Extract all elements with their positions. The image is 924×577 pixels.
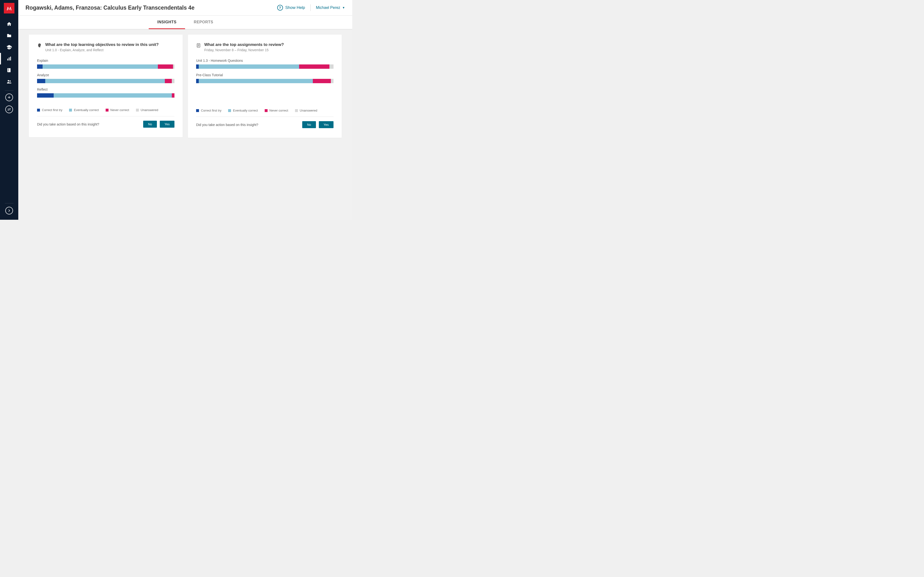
graduation-cap-icon bbox=[6, 44, 12, 50]
svg-rect-2 bbox=[10, 57, 11, 61]
tab-insights[interactable]: INSIGHTS bbox=[149, 16, 185, 29]
legend-swatch bbox=[69, 109, 72, 111]
sidebar-item-book[interactable] bbox=[0, 64, 18, 76]
bar-seg-eventually bbox=[54, 93, 172, 98]
legend-eventually: Eventually correct bbox=[69, 108, 99, 112]
svg-point-6 bbox=[10, 81, 11, 82]
bar-seg-correct bbox=[37, 93, 54, 98]
people-icon bbox=[6, 79, 12, 85]
brand-logo[interactable] bbox=[4, 3, 15, 13]
card-header: What are the top learning objectives to … bbox=[29, 35, 183, 57]
legend-swatch bbox=[295, 109, 298, 112]
legend-unanswered: Unanswered bbox=[136, 108, 158, 112]
tabs: INSIGHTS REPORTS bbox=[18, 15, 352, 29]
legend-swatch bbox=[196, 109, 199, 112]
main-content: Rogawski, Adams, Franzosa: Calculus Earl… bbox=[18, 0, 352, 220]
feedback-yes-button[interactable]: Yes bbox=[160, 121, 174, 128]
bar-label: Analyze bbox=[37, 73, 174, 77]
bar-seg-unanswered bbox=[172, 79, 174, 83]
bar-seg-never bbox=[165, 79, 172, 83]
user-menu[interactable]: Michael Perez ▼ bbox=[316, 5, 345, 10]
sidebar bbox=[0, 0, 18, 220]
bar-seg-correct bbox=[37, 64, 43, 69]
header-divider bbox=[310, 4, 311, 11]
card-title: What are the top learning objectives to … bbox=[45, 42, 158, 47]
home-icon bbox=[6, 21, 12, 27]
user-name: Michael Perez bbox=[316, 5, 340, 10]
legend-label: Unanswered bbox=[141, 108, 158, 112]
legend-label: Never correct bbox=[110, 108, 129, 112]
sidebar-item-folder[interactable] bbox=[0, 30, 18, 41]
swap-icon bbox=[7, 107, 11, 111]
svg-point-5 bbox=[8, 80, 9, 82]
tab-reports[interactable]: REPORTS bbox=[185, 16, 222, 29]
legend-label: Correct first try bbox=[42, 108, 62, 112]
sidebar-item-people[interactable] bbox=[0, 76, 18, 87]
show-help-link[interactable]: ? Show Help bbox=[277, 5, 305, 11]
svg-rect-3 bbox=[8, 69, 8, 72]
header: Rogawski, Adams, Franzosa: Calculus Earl… bbox=[18, 0, 352, 15]
plus-icon bbox=[7, 95, 11, 99]
bar-row-explain: Explain bbox=[37, 59, 174, 69]
stacked-bar[interactable] bbox=[196, 79, 333, 83]
sidebar-expand-button[interactable] bbox=[5, 207, 13, 214]
bar-label: Pre-Class Tutorial bbox=[196, 73, 333, 77]
caret-down-icon: ▼ bbox=[342, 6, 345, 10]
bar-seg-correct bbox=[37, 79, 45, 83]
bar-seg-unanswered bbox=[173, 64, 174, 69]
sidebar-item-analytics[interactable] bbox=[0, 53, 18, 64]
stacked-bar[interactable] bbox=[37, 64, 174, 69]
svg-rect-1 bbox=[9, 58, 10, 61]
stacked-bar[interactable] bbox=[196, 64, 333, 69]
bar-seg-never bbox=[299, 64, 330, 69]
book-icon bbox=[7, 68, 11, 73]
card-body: Unit 1.3 - Homework Questions Pre-Class … bbox=[188, 57, 342, 105]
bar-seg-unanswered bbox=[331, 79, 333, 83]
bar-row-homework: Unit 1.3 - Homework Questions bbox=[196, 59, 333, 69]
feedback-prompt: Did you take action based on this insigh… bbox=[37, 122, 140, 126]
sidebar-swap-button[interactable] bbox=[5, 106, 13, 113]
sidebar-item-home[interactable] bbox=[0, 18, 18, 30]
legend-swatch bbox=[106, 109, 108, 111]
feedback-no-button[interactable]: No bbox=[143, 121, 157, 128]
sidebar-divider bbox=[5, 90, 13, 91]
legend-correct: Correct first try bbox=[37, 108, 62, 112]
bar-seg-correct bbox=[196, 79, 199, 83]
bar-seg-eventually bbox=[45, 79, 165, 83]
legend-label: Eventually correct bbox=[74, 108, 99, 112]
stacked-bar[interactable] bbox=[37, 93, 174, 98]
card-body: Explain Analyze bbox=[29, 57, 183, 105]
feedback-prompt: Did you take action based on this insigh… bbox=[196, 123, 299, 127]
bar-seg-eventually bbox=[199, 79, 313, 83]
card-title: What are the top assignments to review? bbox=[204, 42, 284, 47]
content-area: What are the top learning objectives to … bbox=[18, 29, 352, 220]
bar-seg-never bbox=[172, 93, 174, 98]
document-icon bbox=[196, 43, 201, 48]
bar-row-analyze: Analyze bbox=[37, 73, 174, 83]
brand-logo-icon bbox=[6, 5, 12, 11]
sidebar-item-education[interactable] bbox=[0, 41, 18, 53]
legend-unanswered: Unanswered bbox=[295, 109, 317, 112]
card-learning-objectives: What are the top learning objectives to … bbox=[29, 35, 183, 137]
legend-label: Unanswered bbox=[300, 109, 317, 112]
folder-icon bbox=[6, 33, 12, 38]
legend-never: Never correct bbox=[106, 108, 129, 112]
feedback-row: Did you take action based on this insigh… bbox=[188, 117, 342, 128]
legend-swatch bbox=[136, 109, 139, 111]
bar-seg-never bbox=[158, 64, 173, 69]
feedback-yes-button[interactable]: Yes bbox=[319, 121, 333, 128]
bar-chart-icon bbox=[7, 56, 11, 61]
chevron-right-icon bbox=[8, 209, 11, 212]
bar-label: Reflect bbox=[37, 87, 174, 91]
legend-label: Correct first try bbox=[201, 109, 221, 112]
svg-rect-4 bbox=[9, 69, 11, 72]
feedback-row: Did you take action based on this insigh… bbox=[29, 116, 183, 128]
card-assignments: What are the top assignments to review? … bbox=[188, 35, 342, 138]
sidebar-divider bbox=[5, 203, 13, 203]
legend-label: Eventually correct bbox=[233, 109, 258, 112]
bar-row-reflect: Reflect bbox=[37, 87, 174, 98]
feedback-no-button[interactable]: No bbox=[302, 121, 316, 128]
stacked-bar[interactable] bbox=[37, 79, 174, 83]
bar-label: Unit 1.3 - Homework Questions bbox=[196, 59, 333, 63]
sidebar-add-button[interactable] bbox=[5, 93, 13, 101]
